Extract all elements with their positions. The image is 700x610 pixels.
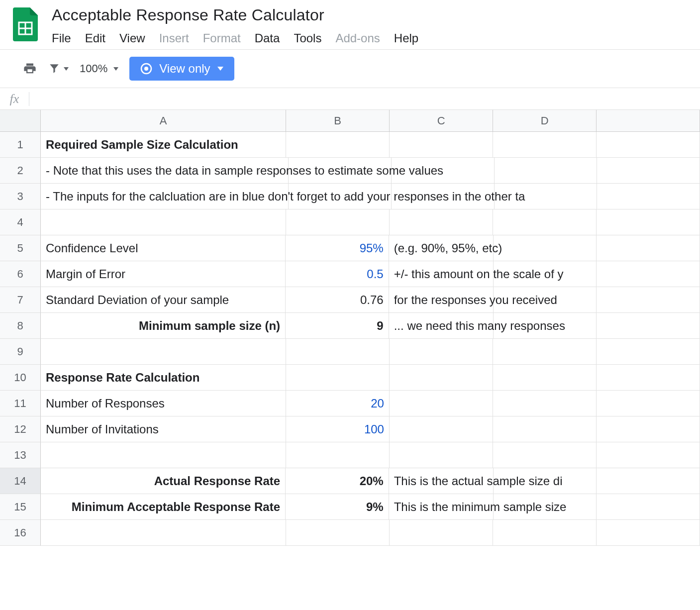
cell-C8[interactable]: ... we need this many responses [389,313,494,339]
cell-E8[interactable] [597,313,700,339]
row-header-2[interactable]: 2 [0,158,41,184]
cell-E9[interactable] [597,339,700,365]
row-header-11[interactable]: 11 [0,391,41,416]
cell-C14[interactable]: This is the actual sample size di [389,468,494,494]
row-header-4[interactable]: 4 [0,209,41,235]
cell-B15[interactable]: 9% [286,494,389,520]
cell-D13[interactable] [493,442,597,468]
cell-B12[interactable]: 100 [286,416,390,442]
row-header-15[interactable]: 15 [0,494,41,520]
cell-E3[interactable] [597,184,700,209]
cell-A3[interactable]: - The inputs for the calcluation are in … [41,184,289,209]
menu-edit[interactable]: Edit [85,31,105,45]
cell-D2[interactable] [495,158,598,184]
cell-A12[interactable]: Number of Invitations [41,416,286,442]
col-header-D[interactable]: D [493,110,597,132]
filter-icon[interactable] [48,62,69,75]
cell-E6[interactable] [597,261,700,287]
cell-D10[interactable] [493,365,597,391]
cell-B10[interactable] [286,365,390,391]
cell-A1[interactable]: Required Sample Size Calculation [41,132,286,158]
row-header-16[interactable]: 16 [0,520,41,546]
cell-B14[interactable]: 20% [286,468,389,494]
cell-D4[interactable] [493,209,597,235]
cell-C6[interactable]: +/- this amount on the scale of y [389,261,494,287]
print-icon[interactable] [23,62,37,76]
cell-D9[interactable] [493,339,597,365]
cell-A16[interactable] [41,520,286,546]
cell-A10[interactable]: Response Rate Calculation [41,365,286,391]
row-header-9[interactable]: 9 [0,339,41,365]
cell-D12[interactable] [493,416,597,442]
row-header-12[interactable]: 12 [0,416,41,442]
cell-C4[interactable] [390,209,493,235]
cell-A9[interactable] [41,339,286,365]
cell-B13[interactable] [286,442,390,468]
row-header-13[interactable]: 13 [0,442,41,468]
row-header-10[interactable]: 10 [0,365,41,391]
cell-A5[interactable]: Confidence Level [41,235,286,261]
sheets-doc-icon[interactable] [11,5,40,44]
cell-B1[interactable] [286,132,390,158]
cell-C9[interactable] [390,339,493,365]
row-header-1[interactable]: 1 [0,132,41,158]
cell-A6[interactable]: Margin of Error [41,261,286,287]
row-header-5[interactable]: 5 [0,235,41,261]
cell-C16[interactable] [390,520,493,546]
cell-D5[interactable] [494,235,597,261]
cell-E2[interactable] [597,158,700,184]
row-header-8[interactable]: 8 [0,313,41,339]
cell-A2[interactable]: - Note that this uses the data in sample… [41,158,289,184]
col-header-B[interactable]: B [286,110,390,132]
cell-C12[interactable] [390,416,493,442]
cell-C1[interactable] [390,132,493,158]
row-header-14[interactable]: 14 [0,468,41,494]
menu-view[interactable]: View [119,31,145,45]
col-header-C[interactable]: C [390,110,493,132]
row-header-6[interactable]: 6 [0,261,41,287]
cell-D11[interactable] [493,391,597,416]
cell-E16[interactable] [597,520,700,546]
cell-C13[interactable] [390,442,493,468]
cell-E14[interactable] [597,468,700,494]
cell-C5[interactable]: (e.g. 90%, 95%, etc) [389,235,494,261]
cell-E7[interactable] [597,287,700,313]
cell-C10[interactable] [390,365,493,391]
select-all-corner[interactable] [0,110,41,132]
row-header-7[interactable]: 7 [0,287,41,313]
cell-C7[interactable]: for the responses you received [389,287,494,313]
cell-A8[interactable]: Minimum sample size (n) [41,313,286,339]
cell-A14[interactable]: Actual Response Rate [41,468,286,494]
formula-input[interactable] [29,88,700,109]
cell-B16[interactable] [286,520,390,546]
cell-D16[interactable] [493,520,597,546]
cell-B5[interactable]: 95% [286,235,389,261]
row-header-3[interactable]: 3 [0,184,41,209]
cell-B8[interactable]: 9 [286,313,389,339]
menu-file[interactable]: File [52,31,71,45]
cell-C15[interactable]: This is the minimum sample size [389,494,494,520]
col-header-E[interactable] [597,110,700,132]
col-header-A[interactable]: A [41,110,286,132]
zoom-selector[interactable]: 100% [80,62,118,75]
document-title[interactable]: Acceptable Response Rate Calculator [52,5,418,24]
cell-E15[interactable] [597,494,700,520]
menu-data[interactable]: Data [255,31,280,45]
cell-A7[interactable]: Standard Deviation of your sample [41,287,286,313]
cell-B4[interactable] [286,209,390,235]
view-only-button[interactable]: View only [129,57,234,81]
menu-tools[interactable]: Tools [294,31,321,45]
cell-D1[interactable] [493,132,597,158]
cell-E12[interactable] [597,416,700,442]
cell-E5[interactable] [597,235,700,261]
cell-E13[interactable] [597,442,700,468]
cell-B7[interactable]: 0.76 [286,287,389,313]
cell-A13[interactable] [41,442,286,468]
cell-A15[interactable]: Minimum Acceptable Response Rate [41,494,286,520]
cell-E4[interactable] [597,209,700,235]
menu-help[interactable]: Help [394,31,418,45]
cell-A4[interactable] [41,209,286,235]
cell-E1[interactable] [597,132,700,158]
cell-A11[interactable]: Number of Responses [41,391,286,416]
cell-B9[interactable] [286,339,390,365]
